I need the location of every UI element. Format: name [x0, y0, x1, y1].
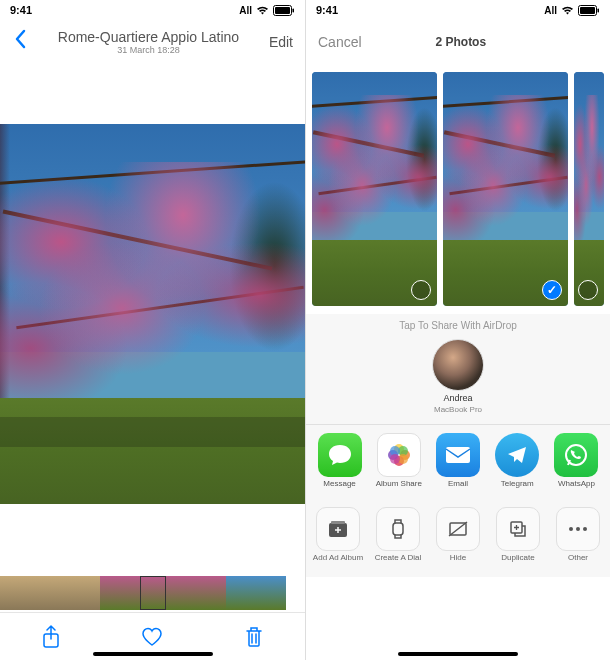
thumb[interactable] [100, 576, 120, 610]
thumb[interactable] [186, 576, 206, 610]
select-circle[interactable] [411, 280, 431, 300]
hide-icon [436, 507, 480, 551]
cancel-button[interactable]: Cancel [314, 34, 366, 50]
svg-point-22 [569, 527, 573, 531]
svg-rect-2 [293, 8, 295, 12]
add-album-icon [316, 507, 360, 551]
duplicate-icon [496, 507, 540, 551]
svg-point-23 [576, 527, 580, 531]
select-circle-checked[interactable] [542, 280, 562, 300]
share-app-photos[interactable]: Album Share [369, 433, 428, 489]
thumb[interactable] [80, 576, 100, 610]
thumb[interactable] [226, 576, 246, 610]
battery-icon [273, 5, 295, 16]
svg-point-14 [390, 454, 400, 464]
trash-button[interactable] [234, 617, 274, 657]
share-thumbnails[interactable] [306, 64, 610, 314]
app-label: Album Share [376, 480, 422, 489]
watch-icon [376, 507, 420, 551]
wifi-icon [561, 5, 574, 15]
action-create-dial[interactable]: Create A Dial [370, 507, 426, 563]
avatar [432, 339, 484, 391]
photos-icon [377, 433, 421, 477]
thumb[interactable] [246, 576, 266, 610]
messages-icon [318, 433, 362, 477]
status-bar: 9:41 All [0, 0, 305, 20]
app-label: Email [448, 480, 468, 489]
nav-bar: Cancel 2 Photos [306, 20, 610, 64]
chevron-left-icon [14, 29, 26, 49]
share-button[interactable] [31, 617, 71, 657]
status-bar: 9:41 All [306, 0, 610, 20]
thumb[interactable] [266, 576, 286, 610]
phone-right-share-sheet: 9:41 All Cancel 2 Photos Tap To Share Wi… [305, 0, 610, 660]
trash-icon [245, 626, 263, 648]
thumb[interactable] [206, 576, 226, 610]
nav-title-block: Rome-Quartiere Appio Latino 31 March 18:… [32, 29, 265, 55]
action-label: Hide [450, 554, 466, 563]
action-duplicate[interactable]: Duplicate [490, 507, 546, 563]
mail-icon [436, 433, 480, 477]
thumb[interactable] [40, 576, 60, 610]
thumb-selected[interactable] [140, 576, 166, 610]
status-indicators: All [544, 5, 600, 16]
share-apps-row: Message Album Share Email Telegram Whats… [306, 424, 610, 499]
thumb[interactable] [60, 576, 80, 610]
telegram-icon [495, 433, 539, 477]
share-thumb-2[interactable] [443, 72, 568, 306]
battery-icon [578, 5, 600, 16]
share-thumb-3[interactable] [574, 72, 604, 306]
svg-rect-1 [275, 7, 290, 14]
share-app-messages[interactable]: Message [310, 433, 369, 489]
thumb[interactable] [0, 576, 20, 610]
svg-rect-6 [598, 8, 600, 12]
status-time: 9:41 [316, 4, 338, 16]
share-actions-row: Add Ad Album Create A Dial Hide Duplicat… [306, 499, 610, 577]
more-icon [556, 507, 600, 551]
action-hide[interactable]: Hide [430, 507, 486, 563]
edit-button[interactable]: Edit [265, 34, 297, 50]
action-add-album[interactable]: Add Ad Album [310, 507, 366, 563]
airdrop-hint: Tap To Share With AirDrop [306, 314, 610, 333]
select-circle[interactable] [578, 280, 598, 300]
status-carrier: All [544, 5, 557, 16]
action-label: Duplicate [501, 554, 534, 563]
thumb[interactable] [166, 576, 186, 610]
photo-count: 2 Photos [366, 35, 556, 49]
contact-device: MacBook Pro [434, 405, 482, 414]
thumb[interactable] [20, 576, 40, 610]
nav-title: Rome-Quartiere Appio Latino [58, 29, 239, 45]
thumb[interactable] [120, 576, 140, 610]
share-app-whatsapp[interactable]: WhatsApp [547, 433, 606, 489]
back-button[interactable] [8, 29, 32, 55]
wifi-icon [256, 5, 269, 15]
nav-bar: Rome-Quartiere Appio Latino 31 March 18:… [0, 20, 305, 64]
heart-icon [141, 627, 163, 647]
airdrop-contact[interactable]: Andrea MacBook Pro [306, 333, 610, 424]
main-photo-area[interactable] [0, 64, 305, 574]
nav-subtitle: 31 March 18:28 [32, 45, 265, 55]
svg-point-24 [583, 527, 587, 531]
share-thumb-1[interactable] [312, 72, 437, 306]
svg-rect-5 [580, 7, 595, 14]
svg-rect-19 [393, 523, 403, 535]
share-app-telegram[interactable]: Telegram [488, 433, 547, 489]
home-indicator[interactable] [398, 652, 518, 656]
action-other[interactable]: Other [550, 507, 606, 563]
status-carrier: All [239, 5, 252, 16]
like-button[interactable] [132, 617, 172, 657]
status-indicators: All [239, 5, 295, 16]
svg-rect-15 [446, 447, 470, 463]
action-label: Create A Dial [375, 554, 422, 563]
thumbnail-strip[interactable] [0, 574, 305, 612]
svg-rect-18 [331, 521, 345, 524]
share-icon [41, 625, 61, 649]
home-indicator[interactable] [93, 652, 213, 656]
app-label: Telegram [501, 480, 534, 489]
status-time: 9:41 [10, 4, 32, 16]
photo-image [0, 124, 305, 504]
app-label: WhatsApp [558, 480, 595, 489]
share-app-mail[interactable]: Email [428, 433, 487, 489]
phone-left-photos-detail: 9:41 All Rome-Quartiere Appio Latino 31 … [0, 0, 305, 660]
action-label: Other [568, 554, 588, 563]
